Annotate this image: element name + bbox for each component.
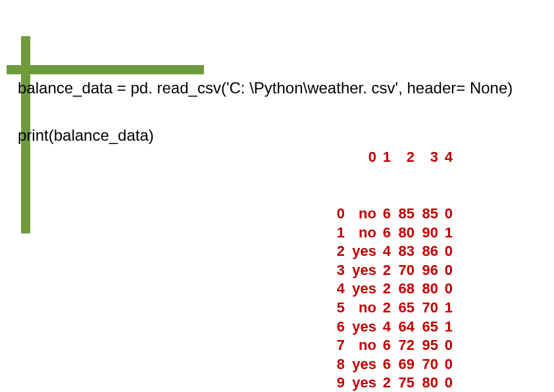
output-cell: 95 (415, 336, 438, 355)
output-cell: 72 (391, 336, 415, 355)
output-cell: 0 (438, 242, 453, 261)
horizontal-bar (7, 65, 204, 74)
output-header: 0 1 2 3 4 (322, 148, 453, 167)
output-cell: 4 (376, 318, 391, 337)
output-cell: 85 (415, 205, 438, 224)
output-cell: yes (345, 242, 376, 261)
output-cell: 70 (415, 355, 438, 374)
output-cell: 86 (415, 242, 438, 261)
output-cell: 70 (391, 261, 415, 280)
output-row: 0no685850 (322, 205, 453, 224)
output-cell: 3 (322, 261, 345, 280)
output-row: 9yes275800 (322, 374, 453, 392)
output-cell: 65 (415, 318, 438, 337)
output-cell: 2 (376, 280, 391, 299)
output-cell: no (345, 224, 376, 243)
output-cell: 7 (322, 336, 345, 355)
output-row: 5no265701 (322, 299, 453, 318)
output-cell: 0 (438, 336, 453, 355)
output-cell: 96 (415, 261, 438, 280)
header-col2: 2 (391, 148, 415, 167)
output-cell: 0 (438, 355, 453, 374)
output-cell: 70 (415, 299, 438, 318)
output-cell: 68 (391, 280, 415, 299)
output-cell: 65 (391, 299, 415, 318)
output-cell: 6 (322, 318, 345, 337)
header-col4: 4 (438, 148, 453, 167)
output-cell: 6 (376, 336, 391, 355)
output-cell: 69 (391, 355, 415, 374)
output-row: 1no680901 (322, 224, 453, 243)
output-row: 7no672950 (322, 336, 453, 355)
output-cell: 2 (376, 374, 391, 392)
output-cell: no (345, 336, 376, 355)
output-cell: 1 (438, 299, 453, 318)
output-cell: 6 (376, 224, 391, 243)
output-cell: 6 (376, 205, 391, 224)
output-cell: 1 (322, 224, 345, 243)
output-cell: 75 (391, 374, 415, 392)
output-cell: 0 (438, 205, 453, 224)
output-cell: 1 (438, 318, 453, 337)
output-cell: yes (345, 261, 376, 280)
output-cell: no (345, 205, 376, 224)
output-cell: 0 (438, 280, 453, 299)
code-output: 0 1 2 3 4 0no6858501no6809012yes4838603y… (322, 110, 453, 392)
output-cell: yes (345, 374, 376, 392)
slide-decoration-frame (7, 36, 204, 74)
output-cell: 80 (415, 280, 438, 299)
output-cell: 85 (391, 205, 415, 224)
output-cell: 80 (391, 224, 415, 243)
output-cell: 4 (376, 242, 391, 261)
output-cell: 64 (391, 318, 415, 337)
output-cell: 6 (376, 355, 391, 374)
output-cell: 5 (322, 299, 345, 318)
output-cell: no (345, 299, 376, 318)
output-cell: 2 (322, 242, 345, 261)
header-col3: 3 (415, 148, 438, 167)
output-cell: 0 (438, 374, 453, 392)
output-row: 8yes669700 (322, 355, 453, 374)
output-row: 3yes270960 (322, 261, 453, 280)
header-col1: 1 (376, 148, 391, 167)
output-cell: 9 (322, 374, 345, 392)
output-cell: 2 (376, 261, 391, 280)
output-cell: 83 (391, 242, 415, 261)
output-cell: 1 (438, 224, 453, 243)
output-row: 2yes483860 (322, 242, 453, 261)
output-cell: 4 (322, 280, 345, 299)
output-cell: yes (345, 318, 376, 337)
output-cell: 8 (322, 355, 345, 374)
output-cell: 2 (376, 299, 391, 318)
output-cell: 0 (438, 261, 453, 280)
header-col0: 0 (345, 148, 376, 167)
output-row: 6yes464651 (322, 318, 453, 337)
output-cell: yes (345, 355, 376, 374)
output-row: 4yes268800 (322, 280, 453, 299)
header-index (322, 148, 345, 167)
code-line-1: balance_data = pd. read_csv('C: \Python\… (18, 79, 513, 97)
code-line-2: print(balance_data) (18, 126, 154, 145)
output-cell: 0 (322, 205, 345, 224)
output-cell: yes (345, 280, 376, 299)
output-cell: 90 (415, 224, 438, 243)
output-cell: 80 (415, 374, 438, 392)
